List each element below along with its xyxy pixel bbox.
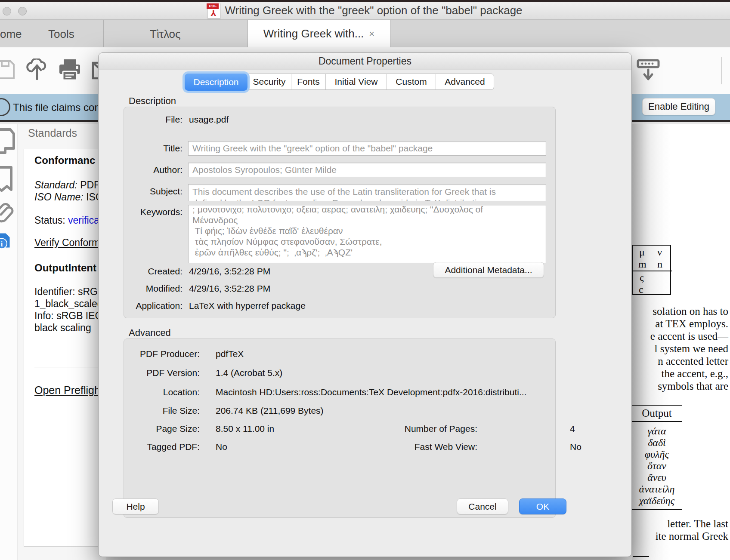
enable-editing-button[interactable]: Enable Editing xyxy=(642,98,715,115)
title-input[interactable]: Writing Greek with the "greek" option of… xyxy=(188,141,546,156)
attachments-panel-icon[interactable] xyxy=(0,203,15,229)
table-cell: ν xyxy=(657,246,662,258)
file-size-label: File Size: xyxy=(99,406,200,416)
tab-tools[interactable]: Tools xyxy=(48,28,74,41)
file-label: File: xyxy=(99,114,182,125)
iso-name-label: ISO Name: xyxy=(34,191,84,203)
modified-row: Modified: 4/29/16, 3:52:28 PM xyxy=(99,283,631,294)
output-table-rule xyxy=(632,405,682,406)
num-pages-label: Number of Pages: xyxy=(365,424,477,434)
fast-web-view-value: No xyxy=(570,442,582,452)
pdf-text-line: e accent is used— xyxy=(650,330,728,342)
keywords-line: ; μονοτονιχο; πολυτονιχο; οξεια; αερας; … xyxy=(192,205,542,215)
pdf-badge: PDF xyxy=(207,3,219,9)
tab-custom[interactable]: Custom xyxy=(387,74,436,89)
author-input[interactable]: Apostolos Syropoulos; Günter Milde xyxy=(188,163,546,177)
tab-close-icon[interactable]: × xyxy=(369,28,374,40)
output-word: γάτα xyxy=(632,425,682,437)
pdf-file-icon: PDF ⅄ xyxy=(207,3,220,18)
num-pages-value: 4 xyxy=(570,424,575,434)
page-size-row: Page Size: 8.50 x 11.00 in xyxy=(99,424,631,434)
author-label: Author: xyxy=(99,165,182,175)
pdf-text-line: n accented letter xyxy=(658,355,728,367)
pdf-producer-row: PDF Producer: pdfTeX xyxy=(99,349,631,359)
tab-active-document[interactable]: Writing Greek with... × xyxy=(247,20,390,48)
page-size-label: Page Size: xyxy=(99,424,200,434)
toolbar-collapse-icon[interactable] xyxy=(636,58,660,82)
output-word: φυλῆς xyxy=(632,449,682,460)
open-preflight-link[interactable]: Open Preflight xyxy=(34,384,103,397)
fast-web-view-label: Fast Web View: xyxy=(365,442,477,452)
pdf-page: μ ν m n ς c solation on has to at TEX em… xyxy=(632,124,730,560)
svg-text:i: i xyxy=(1,240,3,248)
standards-panel-icon[interactable]: i xyxy=(0,231,12,250)
output-word: χαϊδεύης xyxy=(632,495,682,507)
iso-row: ISO Name: ISO xyxy=(34,191,103,203)
window-close-button[interactable] xyxy=(3,7,11,15)
table-cell: c xyxy=(639,284,643,295)
additional-metadata-button[interactable]: Additional Metadata... xyxy=(433,262,544,278)
output-word: ὅταν xyxy=(632,460,682,472)
standards-panel: Standards Conformanc Standard: PDF/ ISO … xyxy=(18,124,106,560)
application-value: LaTeX with hyperref package xyxy=(189,301,306,311)
pdf-producer-value: pdfTeX xyxy=(216,349,244,359)
tagged-pdf-row: Tagged PDF: No xyxy=(99,442,631,452)
document-tabbar: ome Tools Τὶτλος Writing Greek with... × xyxy=(0,20,730,47)
pdf-text-line: symbols that are xyxy=(658,380,728,392)
status-row: Status: verificat xyxy=(34,215,102,226)
table-cell: m xyxy=(638,258,646,270)
output-table-rule xyxy=(632,421,682,422)
pages-panel-icon[interactable] xyxy=(0,166,15,194)
dialog-titlebar[interactable]: Document Properties xyxy=(99,53,631,70)
pdf-text-line: the accent, e.g., xyxy=(662,368,728,380)
pdf-text-line: at TEX employs. xyxy=(655,318,728,330)
keywords-line: ἐρῶν ἀπῆλθες εὐθύς; "; ‚αϡρζ'; ‚ΑϡQZ' xyxy=(192,247,542,258)
tab-security[interactable]: Security xyxy=(247,74,291,89)
tab-home[interactable]: ome xyxy=(0,28,22,41)
tab-active-label: Writing Greek with... xyxy=(263,27,364,40)
location-row: Location: Macintosh HD:Users:ross:Docume… xyxy=(99,387,631,397)
identifier-line: Info: sRGB IEC xyxy=(34,310,102,322)
help-button[interactable]: Help xyxy=(112,498,159,514)
location-label: Location: xyxy=(99,387,200,397)
subject-input[interactable]: This document describes the use of the L… xyxy=(188,184,546,201)
output-word: ἄνευ xyxy=(632,472,682,483)
location-value: Macintosh HD:Users:ross:Documents:TeX De… xyxy=(216,387,526,397)
tab-initial-view[interactable]: Initial View xyxy=(326,74,387,89)
tab-fonts[interactable]: Fonts xyxy=(291,74,326,89)
verify-conformance-link[interactable]: Verify Conforma xyxy=(34,237,105,249)
pdf-producer-label: PDF Producer: xyxy=(99,349,200,359)
title-input-text: Writing Greek with the "greek" option of… xyxy=(192,143,433,153)
tab-titlos[interactable]: Τὶτλος xyxy=(150,28,181,41)
file-size-row: File Size: 206.74 KB (211,699 Bytes) xyxy=(99,406,631,416)
subject-line1: This document describes the use of the L… xyxy=(192,186,542,197)
keywords-textarea[interactable]: ; μονοτονιχο; πολυτονιχο; οξεια; αερας; … xyxy=(188,205,546,263)
share-upload-icon[interactable] xyxy=(26,58,48,82)
tab-description[interactable]: Description xyxy=(185,74,247,91)
author-input-text: Apostolos Syropoulos; Günter Milde xyxy=(192,165,337,175)
print-icon[interactable] xyxy=(59,58,81,82)
pdf-text-line: l system we need xyxy=(655,343,728,355)
standards-panel-title: Standards xyxy=(28,127,77,139)
identifier-line: 1_black_scaled xyxy=(34,298,103,310)
output-table-rule xyxy=(632,509,682,510)
window-title: Writing Greek with the "greek" option of… xyxy=(225,4,522,17)
pdf-text-line: solation on has to xyxy=(653,305,728,317)
cancel-button[interactable]: Cancel xyxy=(457,498,508,514)
standard-row: Standard: PDF/ xyxy=(34,179,103,191)
pdf-text-line: ite normal Greek xyxy=(656,530,728,542)
save-icon[interactable] xyxy=(0,58,15,81)
table-divider xyxy=(632,271,672,271)
status-label: Status: xyxy=(34,215,68,226)
tab-advanced[interactable]: Advanced xyxy=(436,74,494,89)
window-minimize-button[interactable] xyxy=(18,7,27,15)
tagged-pdf-label: Tagged PDF: xyxy=(99,442,200,452)
application-row: Application: LaTeX with hyperref package xyxy=(99,301,631,311)
bookmarks-panel-icon[interactable] xyxy=(0,127,15,155)
output-word: ἀνατείλη xyxy=(632,483,682,495)
tab-separator xyxy=(103,20,104,47)
keywords-line: Τί φήις; Ἰδὼν ἐνθέδε παῖδ' ἐλευθέραν xyxy=(192,225,542,236)
ok-button[interactable]: OK xyxy=(519,498,566,514)
table-cell: μ xyxy=(639,246,645,258)
file-row: File: usage.pdf xyxy=(99,114,631,125)
